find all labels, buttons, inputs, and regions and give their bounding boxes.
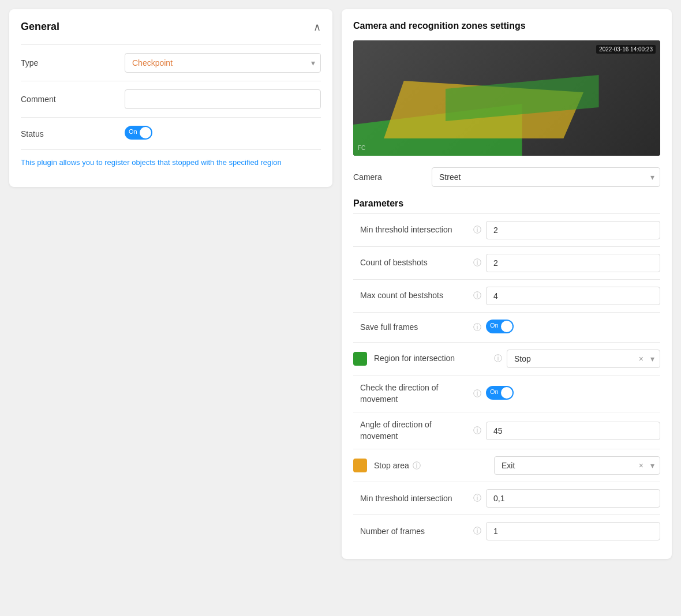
param-value-max-bestshots: [486, 287, 660, 305]
param-value-num-frames: [486, 522, 660, 540]
comment-input[interactable]: [125, 89, 321, 109]
right-panel: Camera and recognition zones settings 20…: [342, 9, 672, 559]
param-label-stop-area: Stop area ⓘ: [374, 460, 489, 472]
region-intersection-clear[interactable]: ×: [635, 352, 647, 366]
param-label-save-full-frames: Save full frames: [353, 322, 469, 333]
param-input-num-frames[interactable]: [486, 522, 660, 540]
stop-area-actions: × ▾: [635, 456, 660, 475]
param-label-check-direction: Check the direction of movement: [353, 382, 469, 405]
param-value-check-direction: On: [486, 386, 660, 401]
panel-header: General ∧: [21, 21, 321, 33]
stop-area-clear[interactable]: ×: [635, 459, 647, 472]
param-label-min-threshold-2: Min threshold intersection: [353, 493, 469, 505]
info-icon-angle-direction[interactable]: ⓘ: [473, 426, 481, 436]
status-slider: On: [125, 126, 152, 140]
plugin-description: This plugin allows you to register objec…: [21, 149, 321, 175]
param-input-min-threshold-2[interactable]: [486, 489, 660, 508]
road-overlay: [353, 40, 660, 156]
param-label-min-threshold: Min threshold intersection: [353, 224, 469, 236]
status-label: Status: [21, 129, 125, 138]
left-panel: General ∧ Type Checkpoint Counter Other …: [9, 9, 332, 187]
param-row-stop-area: Stop area ⓘ Exit Stop × ▾: [353, 449, 660, 482]
status-control: On: [125, 126, 321, 141]
preview-timestamp: 2022-03-16 14:00:23: [596, 45, 656, 54]
param-row-angle-direction: Angle of direction of movement ⓘ: [353, 412, 660, 449]
param-input-count-bestshots[interactable]: [486, 254, 660, 272]
check-direction-slider: On: [486, 386, 514, 400]
info-icon-min-threshold-2[interactable]: ⓘ: [473, 493, 481, 504]
type-row: Type Checkpoint Counter Other: [21, 44, 321, 81]
info-icon-region-intersection[interactable]: ⓘ: [494, 354, 502, 364]
param-row-count-bestshots: Count of bestshots ⓘ: [353, 246, 660, 279]
camera-label: Camera: [353, 172, 422, 182]
info-icon-save-full-frames[interactable]: ⓘ: [473, 322, 481, 333]
fc-badge: FC: [358, 145, 365, 151]
save-full-frames-label: On: [490, 322, 499, 329]
info-icon-stop-area[interactable]: ⓘ: [413, 460, 421, 472]
param-label-num-frames: Number of frames: [353, 526, 469, 538]
type-select-wrapper: Checkpoint Counter Other: [125, 53, 321, 73]
param-label-max-bestshots: Max count of bestshots: [353, 290, 469, 302]
param-input-min-threshold[interactable]: [486, 221, 660, 239]
param-value-count-bestshots: [486, 254, 660, 272]
status-row: Status On: [21, 117, 321, 149]
param-value-save-full-frames: On: [486, 320, 660, 335]
region-intersection-select-wrapper: Stop Exit × ▾: [507, 350, 660, 368]
camera-select[interactable]: Street Indoor Parking: [432, 167, 660, 187]
save-full-frames-slider: On: [486, 320, 514, 333]
road-green2-zone: [446, 75, 599, 121]
status-toggle[interactable]: On: [125, 126, 152, 140]
check-direction-label: On: [490, 388, 499, 395]
type-control: Checkpoint Counter Other: [125, 53, 321, 73]
param-row-check-direction: Check the direction of movement ⓘ On: [353, 375, 660, 412]
param-row-num-frames: Number of frames ⓘ: [353, 514, 660, 547]
panel-title: General: [21, 21, 59, 33]
param-row-save-full-frames: Save full frames ⓘ On: [353, 312, 660, 342]
comment-control: [125, 89, 321, 109]
region-intersection-swatch: [353, 352, 367, 366]
param-value-min-threshold: [486, 221, 660, 239]
param-label-region-intersection: Region for intersection: [374, 353, 489, 365]
type-label: Type: [21, 58, 125, 67]
comment-row: Comment: [21, 81, 321, 117]
stop-area-select-wrapper: Exit Stop × ▾: [494, 456, 660, 475]
param-value-angle-direction: [486, 422, 660, 440]
stop-area-swatch: [353, 459, 367, 472]
info-icon-num-frames[interactable]: ⓘ: [473, 526, 481, 536]
right-title: Camera and recognition zones settings: [353, 21, 660, 31]
param-row-max-bestshots: Max count of bestshots ⓘ: [353, 279, 660, 312]
param-row-region-intersection: Region for intersection ⓘ Stop Exit × ▾: [353, 342, 660, 375]
param-label-angle-direction: Angle of direction of movement: [353, 419, 469, 442]
collapse-button[interactable]: ∧: [313, 22, 321, 32]
stop-area-expand[interactable]: ▾: [647, 459, 658, 472]
check-direction-toggle[interactable]: On: [486, 386, 514, 400]
region-intersection-expand[interactable]: ▾: [647, 352, 658, 366]
param-label-count-bestshots: Count of bestshots: [353, 257, 469, 269]
parameters-title: Parameters: [353, 198, 660, 209]
info-icon-check-direction[interactable]: ⓘ: [473, 389, 481, 399]
status-toggle-label: On: [129, 128, 137, 135]
info-icon-count-bestshots[interactable]: ⓘ: [473, 258, 481, 268]
param-row-min-threshold: Min threshold intersection ⓘ: [353, 213, 660, 246]
param-input-max-bestshots[interactable]: [486, 287, 660, 305]
param-row-min-threshold-2: Min threshold intersection ⓘ: [353, 482, 660, 514]
camera-row: Camera Street Indoor Parking: [353, 167, 660, 187]
save-full-frames-toggle[interactable]: On: [486, 320, 514, 333]
info-icon-max-bestshots[interactable]: ⓘ: [473, 291, 481, 301]
param-value-min-threshold-2: [486, 489, 660, 508]
camera-select-wrapper: Street Indoor Parking: [432, 167, 660, 187]
info-icon-min-threshold[interactable]: ⓘ: [473, 225, 481, 235]
comment-label: Comment: [21, 95, 125, 104]
region-intersection-actions: × ▾: [635, 350, 660, 368]
camera-preview: 2022-03-16 14:00:23 FC: [353, 40, 660, 156]
preview-image: 2022-03-16 14:00:23 FC: [353, 40, 660, 156]
type-select[interactable]: Checkpoint Counter Other: [125, 53, 321, 73]
param-input-angle-direction[interactable]: [486, 422, 660, 440]
